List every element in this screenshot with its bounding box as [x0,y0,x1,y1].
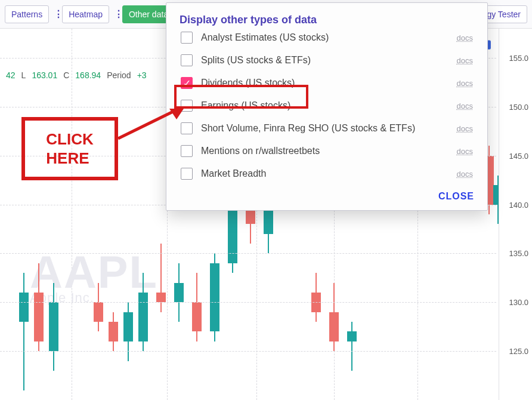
option-row[interactable]: Analyst Estimates (US stocks)docs [180,26,474,49]
option-label: Dividends (US stocks) [201,78,449,88]
candle [209,253,221,341]
candle [107,312,119,351]
candle [173,263,185,322]
price-tick: 125.0 [509,347,528,356]
close-label: C [63,70,69,80]
candle [92,283,104,332]
other-data-dialog: Display other types of data Analyst Esti… [166,2,488,211]
option-row[interactable]: Mentions on r/wallstreetbetsdocs [180,140,474,162]
option-row[interactable]: Short Volume, Finra Reg SHO (US stocks &… [180,117,474,140]
candle [328,283,340,352]
callout-text: CLICK HERE [46,130,93,168]
low-value: 163.01 [32,70,57,80]
option-row[interactable]: Market Breadthdocs [180,162,474,185]
candle [18,273,30,390]
option-label: Analyst Estimates (US stocks) [201,32,449,43]
price-tick: 155.0 [509,54,528,63]
price-tick: 140.0 [509,200,528,209]
checkbox-unchecked-icon[interactable] [181,168,193,180]
docs-link[interactable]: docs [457,56,473,65]
docs-link[interactable]: docs [457,147,473,156]
checkbox-unchecked-icon[interactable] [181,54,193,66]
low-label: L [21,70,26,80]
close-value: 168.94 [75,70,101,80]
checkbox-unchecked-icon[interactable] [181,32,193,44]
patterns-button[interactable]: Patterns [5,5,49,23]
toolbar-separator-icon: ⋮ [52,8,58,20]
docs-link[interactable]: docs [457,33,473,42]
candle [346,322,358,371]
docs-link[interactable]: docs [457,124,473,133]
option-label: Short Volume, Finra Reg SHO (US stocks &… [201,123,449,134]
docs-link[interactable]: docs [457,170,473,179]
checkbox-unchecked-icon[interactable] [181,122,193,134]
click-here-callout: CLICK HERE [21,117,118,180]
option-row[interactable]: Splits (US stocks & ETFs)docs [180,49,474,72]
price-tick: 145.0 [509,151,528,160]
checkbox-unchecked-icon[interactable] [181,100,193,112]
checkbox-unchecked-icon[interactable] [181,145,193,157]
docs-link[interactable]: docs [457,79,473,88]
heatmap-button[interactable]: Heatmap [62,5,109,23]
price-tick: 150.0 [509,102,528,111]
option-label: Mentions on r/wallstreetbets [201,146,449,156]
candle [310,273,322,322]
candle [137,273,149,351]
option-row[interactable]: Earnings (US stocks)docs [180,94,474,117]
dialog-title: Display other types of data [180,14,474,26]
candle [191,273,203,341]
option-row[interactable]: ✓Dividends (US stocks)docs [180,72,474,94]
price-axis: 155.0150.0145.0140.0135.0130.0125.0 [499,29,532,400]
option-label: Market Breadth [201,168,449,179]
close-button[interactable]: CLOSE [438,191,474,201]
candle [122,302,134,361]
option-label: Earnings (US stocks) [201,100,449,111]
price-tick: 130.0 [509,298,528,307]
checkbox-checked-icon[interactable]: ✓ [181,77,193,89]
candle [33,263,45,351]
period-change: +3 [137,70,147,80]
period-label: Period [107,70,131,80]
toolbar-separator-icon: ⋮ [113,8,119,20]
value-partial: 42 [6,70,16,80]
price-tick: 135.0 [509,249,528,258]
candle [48,283,60,371]
option-label: Splits (US stocks & ETFs) [201,55,449,66]
docs-link[interactable]: docs [457,101,473,110]
